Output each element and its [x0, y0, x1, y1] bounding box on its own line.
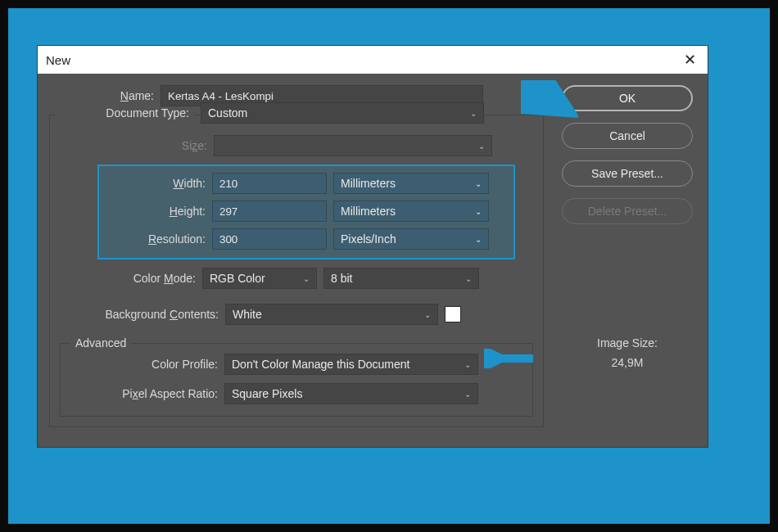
resolution-unit-select[interactable]: Pixels/Inch ⌄	[333, 228, 489, 250]
pixel-aspect-select[interactable]: Square Pixels ⌄	[224, 383, 478, 404]
chevron-down-icon: ⌄	[465, 274, 472, 283]
chevron-down-icon: ⌄	[464, 390, 471, 399]
background-contents-value: White	[233, 308, 262, 321]
chevron-down-icon: ⌄	[303, 274, 310, 283]
width-label: Width:	[107, 177, 206, 190]
color-mode-label: Color Mode:	[106, 272, 196, 285]
background-contents-select[interactable]: White ⌄	[225, 304, 438, 325]
width-unit-value: Millimeters	[341, 177, 396, 190]
chevron-down-icon: ⌄	[478, 142, 485, 151]
height-unit-value: Millimeters	[341, 205, 396, 218]
delete-preset-button: Delete Preset...	[562, 198, 693, 224]
color-mode-select[interactable]: RGB Color ⌄	[202, 268, 317, 289]
width-input[interactable]	[212, 173, 327, 194]
chevron-down-icon: ⌄	[475, 207, 482, 216]
pixel-aspect-label: Pixel Aspect Ratio:	[70, 387, 218, 400]
bit-depth-select[interactable]: 8 bit ⌄	[323, 268, 479, 289]
cancel-button[interactable]: Cancel	[562, 123, 693, 149]
titlebar: New ✕	[38, 46, 708, 74]
chevron-down-icon: ⌄	[475, 235, 482, 244]
resolution-unit-value: Pixels/Inch	[341, 232, 396, 246]
image-size-value: 24,9M	[597, 354, 658, 373]
annotation-frame: New ✕ Name: Document Type: Custom ⌄	[8, 8, 770, 524]
document-settings-group: Document Type: Custom ⌄ Size: ⌄	[49, 115, 544, 427]
bit-depth-value: 8 bit	[331, 272, 352, 285]
document-type-label: Document Type:	[55, 106, 194, 119]
advanced-legend: Advanced	[70, 336, 131, 349]
chevron-down-icon: ⌄	[464, 360, 471, 369]
advanced-group: Advanced Color Profile: Don't Color Mana…	[60, 343, 533, 417]
height-label: Height:	[107, 205, 206, 218]
width-unit-select[interactable]: Millimeters ⌄	[333, 173, 489, 194]
resolution-input[interactable]	[212, 228, 327, 250]
name-label: Name:	[49, 89, 154, 102]
document-type-value: Custom	[208, 106, 247, 119]
color-profile-select[interactable]: Don't Color Manage this Document ⌄	[224, 354, 478, 375]
size-select: ⌄	[214, 135, 492, 156]
new-document-dialog: New ✕ Name: Document Type: Custom ⌄	[37, 45, 708, 448]
dimensions-highlight: Width: Millimeters ⌄ Height: Millimet	[97, 165, 515, 259]
document-type-select[interactable]: Custom ⌄	[201, 102, 484, 124]
chevron-down-icon: ⌄	[470, 109, 477, 118]
chevron-down-icon: ⌄	[475, 179, 482, 188]
dialog-title: New	[46, 53, 70, 67]
image-size-label: Image Size:	[597, 334, 658, 354]
ok-button[interactable]: OK	[562, 85, 693, 111]
background-color-swatch[interactable]	[445, 306, 461, 322]
size-label: Size:	[60, 139, 207, 152]
color-mode-value: RGB Color	[210, 272, 265, 285]
resolution-label: Resolution:	[107, 232, 206, 246]
save-preset-button[interactable]: Save Preset...	[562, 160, 693, 187]
height-input[interactable]	[212, 201, 327, 222]
background-contents-label: Background Contents:	[60, 308, 219, 321]
height-unit-select[interactable]: Millimeters ⌄	[333, 201, 489, 222]
chevron-down-icon: ⌄	[424, 310, 431, 319]
close-icon[interactable]: ✕	[681, 51, 699, 69]
pixel-aspect-value: Square Pixels	[232, 387, 302, 400]
color-profile-value: Don't Color Manage this Document	[232, 358, 409, 371]
image-size-readout: Image Size: 24,9M	[597, 334, 658, 373]
color-profile-label: Color Profile:	[70, 358, 218, 371]
